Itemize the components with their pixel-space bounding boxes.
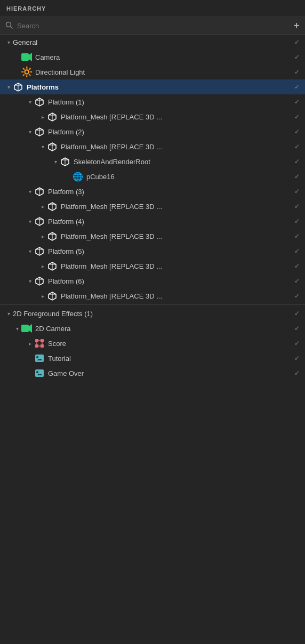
svg-line-1: [11, 26, 13, 28]
score-check: ✓: [294, 340, 300, 347]
platform-mesh-6-item[interactable]: Platform_Mesh [REPLACE 3D ... ✓: [0, 288, 305, 303]
panel-title: HIERARCHY: [6, 5, 46, 12]
directional-light-item[interactable]: 🔆 Directional Light ✓: [0, 65, 305, 79]
search-icon: [5, 21, 13, 30]
platform-5-item[interactable]: Platform (5) ✓: [0, 244, 305, 259]
2d-camera-label: 2D Camera: [35, 325, 305, 333]
platform-3-chevron: [26, 189, 34, 195]
platform-2-check: ✓: [294, 128, 300, 135]
tutorial-label: Tutorial: [48, 355, 305, 363]
2d-camera-icon: [21, 323, 32, 334]
score-icon: [34, 338, 45, 349]
platform-mesh-4-item[interactable]: Platform_Mesh [REPLACE 3D ... ✓: [0, 229, 305, 244]
platform-6-item[interactable]: Platform (6) ✓: [0, 273, 305, 288]
svg-marker-3: [29, 53, 32, 61]
skeleton-label: SkeletonAndRenderRoot: [74, 158, 305, 166]
gameover-icon: [34, 368, 45, 379]
platform-mesh-2-label: Platform_Mesh [REPLACE 3D ...: [61, 143, 305, 151]
section-divider: [0, 304, 305, 305]
search-input[interactable]: [17, 22, 289, 30]
pcube16-item[interactable]: 🌐 pCube16 ✓: [0, 169, 305, 184]
platform-1-item[interactable]: Platform (1) ✓: [0, 94, 305, 109]
general-label: General: [13, 38, 305, 46]
platform-2-item[interactable]: Platform (2) ✓: [0, 124, 305, 139]
platforms-section-header[interactable]: Platforms ✓: [0, 79, 305, 94]
platform-3-icon: [34, 186, 45, 197]
platform-6-chevron: [26, 278, 34, 284]
platform-mesh-2-item[interactable]: Platform_Mesh [REPLACE 3D ... ✓: [0, 139, 305, 154]
platform-mesh-2-chevron: [38, 144, 47, 150]
platform-mesh-3-chevron: [38, 204, 47, 210]
svg-point-61: [36, 371, 38, 373]
hierarchy-panel: HIERARCHY + General ✓: [0, 0, 305, 644]
platform-mesh-5-label: Platform_Mesh [REPLACE 3D ...: [61, 262, 305, 270]
platform-mesh-3-item[interactable]: Platform_Mesh [REPLACE 3D ... ✓: [0, 199, 305, 214]
svg-point-57: [36, 356, 38, 358]
pcube-label: pCube16: [86, 173, 305, 181]
tutorial-icon: [34, 353, 45, 364]
platform-mesh-3-icon: [47, 201, 58, 212]
platform-mesh-4-label: Platform_Mesh [REPLACE 3D ...: [61, 232, 305, 240]
pcube-icon: 🌐: [73, 171, 83, 182]
platform-5-chevron: [26, 248, 34, 254]
platform-2-chevron: [26, 129, 34, 135]
score-item[interactable]: Score ✓: [0, 336, 305, 351]
platform-mesh-6-icon: [47, 291, 58, 301]
camera-icon: [21, 52, 32, 62]
platform-2-icon: [34, 126, 45, 137]
2d-camera-check: ✓: [294, 325, 300, 332]
directional-check: ✓: [294, 68, 300, 76]
svg-rect-51: [41, 344, 44, 348]
score-label: Score: [48, 340, 305, 348]
general-check: ✓: [294, 38, 300, 46]
platform-mesh-3-check: ✓: [294, 203, 300, 210]
svg-rect-56: [35, 355, 44, 362]
platform-mesh-5-chevron: [38, 263, 47, 269]
platforms-check: ✓: [294, 83, 300, 91]
gameover-label: Game Over: [48, 369, 305, 377]
platform-3-check: ✓: [294, 188, 300, 195]
2d-foreground-chevron: [4, 311, 13, 317]
general-section-header[interactable]: General ✓: [0, 35, 305, 50]
skeleton-icon: [60, 156, 70, 167]
add-button[interactable]: +: [293, 20, 300, 31]
2d-camera-item[interactable]: 2D Camera ✓: [0, 321, 305, 336]
platform-1-chevron: [26, 99, 34, 105]
skeleton-render-root-item[interactable]: SkeletonAndRenderRoot ✓: [0, 154, 305, 169]
platform-mesh-4-check: ✓: [294, 232, 300, 240]
tree-section: General ✓ Camera ✓ 🔆 Directional Light ✓: [0, 35, 305, 381]
platform-1-icon: [34, 96, 45, 107]
platforms-chevron: [4, 84, 13, 90]
platforms-label: Platforms: [27, 83, 305, 91]
panel-header: HIERARCHY: [0, 0, 305, 17]
platform-4-item[interactable]: Platform (4) ✓: [0, 214, 305, 229]
platform-4-icon: [34, 216, 45, 227]
svg-rect-60: [35, 369, 44, 377]
camera-item[interactable]: Camera ✓: [0, 50, 305, 65]
platform-1-check: ✓: [294, 98, 300, 106]
platform-5-check: ✓: [294, 247, 300, 255]
platform-mesh-6-label: Platform_Mesh [REPLACE 3D ...: [61, 292, 305, 300]
tutorial-item[interactable]: Tutorial ✓: [0, 351, 305, 366]
platform-mesh-5-item[interactable]: Platform_Mesh [REPLACE 3D ... ✓: [0, 259, 305, 273]
platform-1-label: Platform (1): [48, 98, 305, 106]
platform-mesh-1-item[interactable]: Platform_Mesh [REPLACE 3D ... ✓: [0, 109, 305, 124]
platform-mesh-4-icon: [47, 231, 58, 241]
2d-foreground-check: ✓: [294, 310, 300, 317]
svg-rect-49: [41, 339, 44, 342]
platform-mesh-3-label: Platform_Mesh [REPLACE 3D ...: [61, 203, 305, 211]
tutorial-check: ✓: [294, 355, 300, 362]
search-bar: +: [0, 17, 305, 35]
platform-mesh-5-icon: [47, 261, 58, 271]
score-chevron: [26, 341, 34, 347]
platform-6-check: ✓: [294, 277, 300, 285]
svg-rect-50: [35, 344, 38, 348]
platform-mesh-1-chevron: [38, 114, 47, 120]
platform-4-label: Platform (4): [48, 218, 305, 226]
gameover-item[interactable]: Game Over ✓: [0, 366, 305, 381]
2d-foreground-section-header[interactable]: 2D Foreground Effects (1) ✓: [0, 306, 305, 321]
platform-5-icon: [34, 246, 45, 256]
platform-mesh-4-chevron: [38, 234, 47, 239]
svg-rect-46: [21, 325, 29, 332]
platform-3-item[interactable]: Platform (3) ✓: [0, 184, 305, 199]
